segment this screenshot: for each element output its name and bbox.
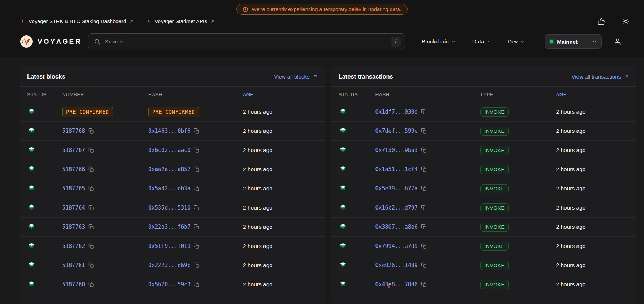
copy-icon[interactable] <box>421 109 427 115</box>
secondary-nav-actions <box>598 18 633 25</box>
block-number-link[interactable]: 5187762 <box>62 243 85 249</box>
menu-dev[interactable]: Dev <box>508 38 525 45</box>
tx-hash-link[interactable]: 0x43e8...70d6 <box>375 281 418 288</box>
block-hash-link[interactable]: 0x5a42...eb3a <box>148 185 190 192</box>
copy-icon[interactable] <box>88 128 94 134</box>
tx-hash-link[interactable]: 0x7994...a7d9 <box>375 243 418 249</box>
tx-type-badge[interactable]: INVOKE <box>480 242 509 251</box>
network-selector[interactable]: Mainnet <box>545 34 602 49</box>
copy-icon[interactable] <box>88 282 94 287</box>
starknet-apis-link[interactable]: Voyager Starknet APIs <box>146 18 215 24</box>
copy-icon[interactable] <box>194 224 199 230</box>
copy-icon[interactable] <box>421 243 427 249</box>
voyager-logo[interactable]: VOYΛGER <box>20 35 88 48</box>
block-number-link[interactable]: 5187764 <box>62 204 85 211</box>
menu-blockchain[interactable]: Blockchain <box>422 38 456 45</box>
tx-type-badge[interactable]: INVOKE <box>480 165 509 174</box>
block-number-cell: 5187760 <box>62 281 148 288</box>
menu-data[interactable]: Data <box>472 38 491 45</box>
tx-status-cell <box>339 280 375 289</box>
tx-hash-link[interactable]: 0xc026...1489 <box>375 262 418 269</box>
search-bar[interactable]: / <box>88 33 405 50</box>
block-number-link[interactable]: 5187765 <box>62 185 85 192</box>
copy-icon[interactable] <box>421 205 427 211</box>
menu-data-label: Data <box>472 38 484 45</box>
secondary-nav-links: Voyager STRK & BTC Staking Dashboard Voy… <box>20 18 215 25</box>
block-hash-link[interactable]: 0x2223...d69c <box>148 262 190 269</box>
block-status-icon <box>27 107 36 116</box>
block-hash-cell: 0x535d...5310 <box>148 204 243 211</box>
tx-hash-link[interactable]: 0x16c2...d797 <box>375 204 418 211</box>
latest-blocks-panel: Latest blocks View all blocks STATUS NUM… <box>20 66 325 304</box>
tx-hash-link[interactable]: 0x3807...a8e6 <box>375 224 418 230</box>
tx-hash-link[interactable]: 0x5e39...b77a <box>375 185 418 192</box>
copy-icon[interactable] <box>421 166 427 172</box>
block-hash-link[interactable]: 0xaa2a...a857 <box>148 166 190 173</box>
copy-icon[interactable] <box>194 147 199 153</box>
tx-hash-cell: 0x7994...a7d9 <box>375 243 480 249</box>
copy-icon[interactable] <box>421 186 427 191</box>
chevron-down-icon <box>452 40 456 44</box>
tx-type-badge[interactable]: INVOKE <box>480 280 509 289</box>
account-button[interactable] <box>614 38 621 45</box>
block-hash-link[interactable]: 0x5b70...59c3 <box>148 281 190 288</box>
copy-icon[interactable] <box>88 243 94 249</box>
view-all-blocks-link[interactable]: View all blocks <box>274 73 317 80</box>
block-number-link[interactable]: 5187767 <box>62 147 85 153</box>
tx-type-badge[interactable]: INVOKE <box>480 146 509 155</box>
block-hash-link[interactable]: 0x6c02...aac0 <box>148 147 190 153</box>
tx-hash-cell: 0x1df7...030d <box>375 109 480 115</box>
view-all-transactions-link[interactable]: View all transactions <box>572 73 629 80</box>
copy-icon[interactable] <box>194 282 199 287</box>
copy-icon[interactable] <box>88 205 94 211</box>
search-input[interactable] <box>105 38 387 45</box>
copy-icon[interactable] <box>88 166 94 172</box>
feedback-thumbs-up-button[interactable] <box>598 18 605 25</box>
tx-hash-link[interactable]: 0x1df7...030d <box>375 109 418 115</box>
tx-type-badge[interactable]: INVOKE <box>480 107 509 117</box>
menu-blockchain-label: Blockchain <box>422 38 449 45</box>
tx-type-badge[interactable]: INVOKE <box>480 261 509 270</box>
copy-icon[interactable] <box>88 147 94 153</box>
tx-hash-link[interactable]: 0x7def...599e <box>375 128 418 134</box>
tx-type-badge[interactable]: INVOKE <box>480 127 509 136</box>
block-hash-link[interactable]: PRE CONFIRMED <box>148 107 199 117</box>
theme-toggle-button[interactable] <box>622 18 630 25</box>
copy-icon[interactable] <box>421 128 427 134</box>
copy-icon[interactable] <box>194 205 199 211</box>
tx-type-badge[interactable]: INVOKE <box>480 223 509 232</box>
copy-icon[interactable] <box>194 243 199 249</box>
block-number-link[interactable]: 5187768 <box>62 128 85 134</box>
block-status-cell <box>27 184 62 193</box>
block-number-link[interactable]: 5187761 <box>62 262 85 269</box>
tx-hash-link[interactable]: 0x7f30...9ba3 <box>375 147 418 153</box>
tx-type-badge[interactable]: INVOKE <box>480 203 509 212</box>
copy-icon[interactable] <box>421 147 427 153</box>
block-number-link[interactable]: 5187763 <box>62 224 85 230</box>
block-number-link[interactable]: 5187766 <box>62 166 85 173</box>
copy-icon[interactable] <box>421 262 427 268</box>
block-hash-link[interactable]: 0x22a3...f6b7 <box>148 224 190 230</box>
copy-icon[interactable] <box>88 262 94 268</box>
tx-type-badge[interactable]: INVOKE <box>480 184 509 193</box>
staking-dashboard-link[interactable]: Voyager STRK & BTC Staking Dashboard <box>20 18 134 24</box>
block-hash-link[interactable]: 0x1463...0bf6 <box>148 128 190 134</box>
block-hash-cell: 0x22a3...f6b7 <box>148 224 243 230</box>
block-number-link[interactable]: 5187760 <box>62 281 85 288</box>
tx-status-cell <box>339 242 375 250</box>
tx-age: 2 hours ago <box>556 147 629 153</box>
copy-icon[interactable] <box>194 128 199 134</box>
copy-icon[interactable] <box>88 186 94 191</box>
copy-icon[interactable] <box>194 186 199 191</box>
copy-icon[interactable] <box>194 166 199 172</box>
copy-icon[interactable] <box>421 282 427 287</box>
col-status: STATUS <box>27 92 62 97</box>
block-status-cell <box>27 280 62 289</box>
copy-icon[interactable] <box>88 224 94 230</box>
tx-hash-link[interactable]: 0x1a51...1cf4 <box>375 166 418 173</box>
block-hash-link[interactable]: 0x51f9...f019 <box>148 243 190 249</box>
block-hash-link[interactable]: 0x535d...5310 <box>148 204 190 211</box>
copy-icon[interactable] <box>421 224 427 230</box>
copy-icon[interactable] <box>194 262 199 268</box>
block-number-link[interactable]: PRE CONFIRMED <box>62 107 113 117</box>
